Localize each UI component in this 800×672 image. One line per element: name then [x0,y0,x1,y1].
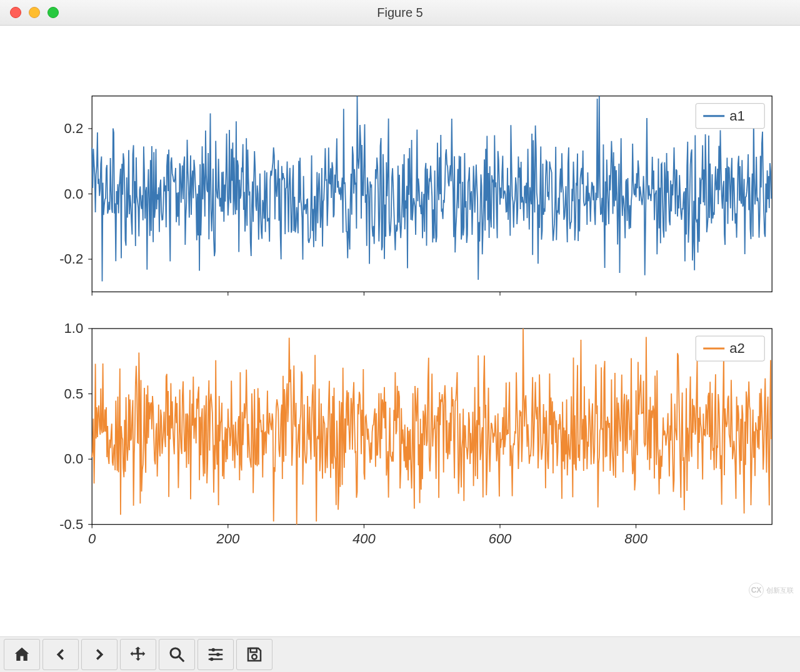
xtick-label: 0 [88,531,96,546]
sliders-icon [206,645,225,664]
svg-point-24 [210,658,214,661]
window-controls [10,7,59,18]
minimize-icon[interactable] [29,7,40,18]
close-icon[interactable] [10,7,21,18]
save-icon [245,645,264,664]
svg-point-20 [212,648,216,652]
watermark-text: 创新互联 [766,586,794,595]
svg-point-17 [171,648,180,658]
forward-button[interactable] [81,639,118,670]
figure-window: Figure 5 -0.20.00.2a1-0.50.00.51.0020040… [0,0,800,672]
zoom-button[interactable] [159,639,195,670]
xtick-label: 800 [624,531,648,546]
xtick-label: 600 [489,531,512,546]
titlebar: Figure 5 [0,0,800,26]
pan-button[interactable] [120,639,156,670]
watermark-badge: CX [749,583,764,598]
ytick-label: 1.0 [64,320,84,336]
home-button[interactable] [4,639,40,670]
move-icon [129,645,148,664]
plot-area: -0.20.00.2a1-0.50.00.51.00200400600800a2 [0,26,800,638]
watermark: CX 创新互联 [749,583,794,598]
svg-point-22 [216,653,220,656]
matplotlib-toolbar [0,636,800,672]
ytick-label: 0.0 [64,186,84,202]
back-button[interactable] [42,639,79,670]
svg-point-26 [252,655,257,660]
svg-rect-25 [251,648,257,652]
svg-line-18 [179,657,184,662]
xtick-label: 200 [216,531,239,546]
arrow-right-icon [90,645,109,664]
ytick-label: 0.5 [64,386,84,402]
home-icon [12,645,31,664]
save-button[interactable] [236,639,272,670]
configure-button[interactable] [198,639,234,670]
ytick-label: -0.5 [59,516,83,532]
magnifier-icon [168,645,186,664]
xtick-label: 400 [352,531,376,546]
arrow-left-icon [51,645,70,664]
ytick-label: 0.2 [64,121,84,136]
window-title: Figure 5 [0,6,800,20]
legend-label: a2 [729,340,744,356]
legend-label: a1 [729,108,744,124]
ytick-label: -0.2 [59,251,83,267]
figure-canvas: -0.20.00.2a1-0.50.00.51.00200400600800a2… [0,26,800,636]
ytick-label: 0.0 [64,451,84,467]
zoom-window-icon[interactable] [48,7,59,18]
